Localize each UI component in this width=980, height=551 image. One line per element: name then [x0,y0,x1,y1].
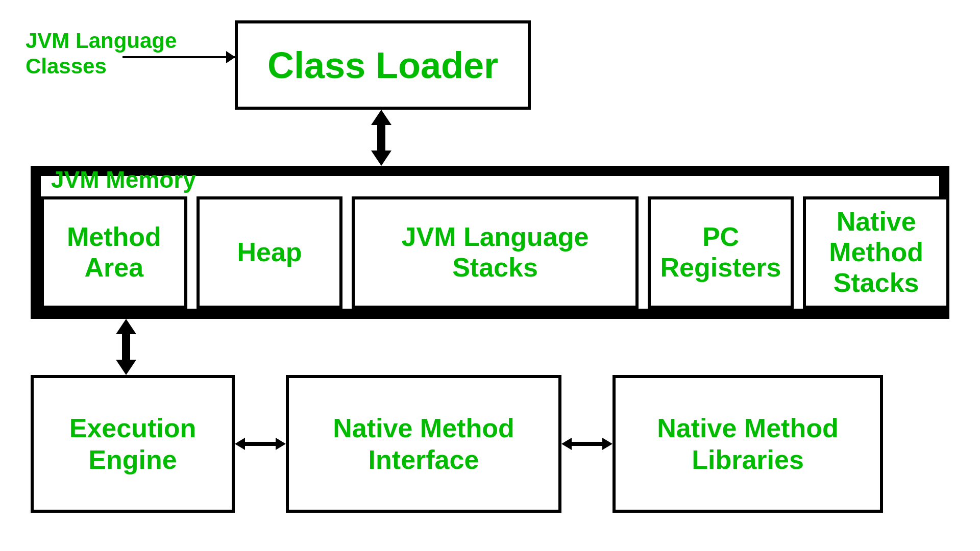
arrow-nmi-to-nml [561,375,612,513]
svg-marker-5 [116,360,136,375]
bottom-row: ExecutionEngine Native MethodInterface [31,375,949,513]
svg-rect-4 [122,333,130,361]
arrow-label-to-classloader [122,56,235,58]
native-method-stacks-label: NativeMethodStacks [829,207,923,298]
svg-rect-1 [377,124,385,152]
svg-marker-11 [602,438,612,450]
svg-rect-10 [571,442,603,446]
class-loader-box: Class Loader [235,20,531,110]
native-method-libraries-box: Native MethodLibraries [612,375,883,513]
jvm-language-stacks-box: JVM LanguageStacks [352,196,638,309]
pc-registers-label: PCRegisters [660,222,781,283]
memory-boxes-row: MethodArea Heap JVM LanguageStacks PCReg… [41,196,949,309]
method-area-label: MethodArea [67,222,161,283]
pc-registers-box: PCRegisters [648,196,794,309]
svg-marker-0 [371,110,391,125]
svg-marker-3 [116,319,136,334]
native-method-libraries-label: Native MethodLibraries [657,412,838,476]
heap-label: Heap [237,237,302,268]
svg-marker-9 [561,438,572,450]
jvm-memory-label: JVM Memory [51,166,196,193]
arrow-jvmmemory-to-execengine [111,319,141,375]
jvm-language-stacks-label: JVM LanguageStacks [402,222,589,283]
execution-engine-box: ExecutionEngine [31,375,235,513]
svg-marker-6 [235,438,245,450]
jvm-language-classes-label: JVM LanguageClasses [26,28,177,80]
arrow-exec-to-nmi [235,375,286,513]
execution-engine-label: ExecutionEngine [69,412,197,476]
svg-marker-8 [276,438,286,450]
arrow-classloader-to-jvmmemory [366,110,397,166]
native-method-stacks-box: NativeMethodStacks [803,196,949,309]
svg-marker-2 [371,151,391,166]
method-area-box: MethodArea [41,196,187,309]
class-loader-label: Class Loader [267,44,498,86]
native-method-interface-box: Native MethodInterface [286,375,561,513]
heap-box: Heap [197,196,343,309]
svg-rect-7 [244,442,277,446]
native-method-interface-label: Native MethodInterface [333,412,514,476]
diagram-container: JVM LanguageClasses Class Loader JVM Mem… [0,0,980,551]
